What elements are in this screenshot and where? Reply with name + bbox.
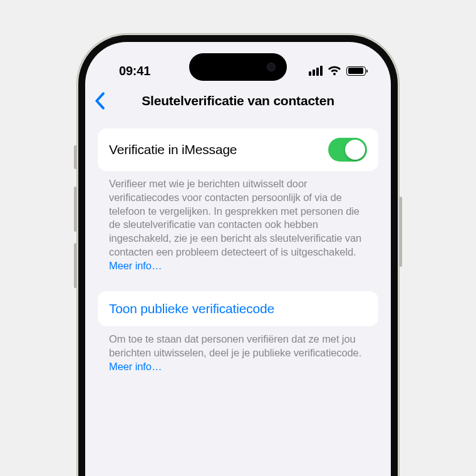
phone-screen: 09:41 Sleutelverificatie van contacten V… xyxy=(85,42,391,476)
verification-learn-more-link[interactable]: Meer info… xyxy=(109,260,162,271)
verification-toggle-switch[interactable] xyxy=(328,138,367,162)
show-public-code-row[interactable]: Toon publieke verificatiecode xyxy=(98,291,378,326)
nav-bar: Sleutelverificatie van contacten xyxy=(85,87,391,118)
toggle-knob xyxy=(345,140,365,160)
page-title: Sleutelverificatie van contacten xyxy=(94,91,382,111)
status-time: 09:41 xyxy=(108,64,150,78)
dynamic-island xyxy=(189,53,287,81)
public-code-footer-text: Om toe te staan dat personen verifiëren … xyxy=(109,333,361,358)
side-button-volume-down xyxy=(74,243,77,288)
wifi-icon xyxy=(328,66,341,76)
phone-frame: 09:41 Sleutelverificatie van contacten V… xyxy=(78,35,398,476)
back-button[interactable] xyxy=(94,92,105,112)
verification-toggle-row[interactable]: Verificatie in iMessage xyxy=(98,128,378,171)
cellular-icon xyxy=(309,66,323,76)
public-code-footer: Om toe te staan dat personen verifiëren … xyxy=(98,326,378,373)
settings-content: Verificatie in iMessage Verifieer met wi… xyxy=(85,118,391,374)
front-camera-icon xyxy=(267,63,276,71)
public-code-learn-more-link[interactable]: Meer info… xyxy=(109,361,162,372)
verification-footer-text: Verifieer met wie je berichten uitwissel… xyxy=(109,178,361,257)
verification-toggle-label: Verificatie in iMessage xyxy=(109,142,237,157)
battery-icon xyxy=(346,66,366,76)
status-icons xyxy=(309,66,368,76)
side-button-power xyxy=(399,197,402,267)
side-button-silence xyxy=(74,145,77,169)
verification-footer: Verifieer met wie je berichten uitwissel… xyxy=(98,171,378,272)
show-public-code-label: Toon publieke verificatiecode xyxy=(109,301,274,316)
side-button-volume-up xyxy=(74,187,77,232)
